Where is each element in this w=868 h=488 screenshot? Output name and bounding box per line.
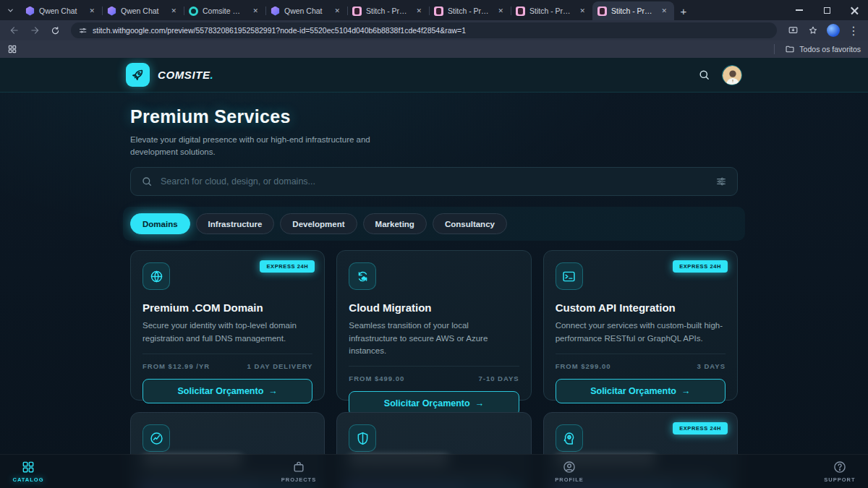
analytics-tile (142, 424, 170, 452)
browser-tab[interactable]: Stitch - Preview✕ (592, 1, 674, 20)
stitch-favicon (597, 7, 607, 16)
tab-close-icon[interactable]: ✕ (332, 7, 342, 15)
arrow-right-icon: → (268, 386, 278, 396)
filter-chip-development[interactable]: Development (280, 213, 357, 234)
filter-chip-domains[interactable]: Domains (130, 213, 190, 234)
maximize-button[interactable] (813, 0, 841, 20)
bookmarks-bar: Todos os favoritos (0, 40, 868, 58)
divider (556, 354, 726, 354)
tab-close-icon[interactable]: ✕ (87, 7, 97, 15)
close-icon (851, 7, 859, 14)
tab-close-icon[interactable]: ✕ (414, 7, 424, 15)
all-bookmarks-button[interactable]: Todos os favoritos (774, 44, 861, 54)
browser-tab[interactable]: Stitch - Preview✕ (429, 1, 511, 20)
tab-search-button[interactable] (0, 0, 20, 20)
terminal-tile (556, 262, 583, 290)
tab-title: Stitch - Preview (529, 7, 573, 15)
request-quote-button[interactable]: Solicitar Orçamento→ (142, 379, 312, 403)
terminal-icon (561, 269, 576, 284)
back-button[interactable] (6, 22, 23, 39)
maximize-icon (824, 7, 830, 14)
install-app-button[interactable] (784, 22, 801, 39)
url-text: stitch.withgoogle.com/preview/5578320861… (93, 26, 466, 35)
globe-icon (149, 269, 164, 284)
site-info-icon[interactable] (78, 26, 88, 35)
card-title: Custom API Integration (556, 301, 726, 314)
nav-item-profile[interactable]: PROFILE (548, 460, 590, 483)
page-subtitle: Elevate your digital presence with our h… (130, 134, 380, 158)
filter-chip-marketing[interactable]: Marketing (363, 213, 427, 234)
user-avatar[interactable] (722, 65, 742, 85)
tab-title: Comsite Master Admin (203, 7, 246, 15)
card-price: FROM $12.99 /YR (142, 362, 210, 370)
express-badge: EXPRESS 24H (260, 260, 315, 273)
filter-chip-consultancy[interactable]: Consultancy (433, 213, 507, 234)
services-grid-row1: EXPRESS 24HPremium .COM DomainSecure you… (130, 250, 738, 401)
nav-item-support[interactable]: SUPPORT (819, 460, 861, 483)
tab-title: Qwen Chat (39, 7, 82, 15)
browser-tab[interactable]: Comsite Master Admin✕ (184, 1, 265, 20)
close-button[interactable] (841, 0, 868, 20)
card-delivery: 1 DAY DELIVERY (247, 362, 313, 370)
filter-chip-infrastructure[interactable]: Infrastructure (196, 213, 275, 234)
folder-icon (785, 44, 795, 54)
tab-close-icon[interactable]: ✕ (495, 7, 506, 15)
browser-tab[interactable]: Qwen Chat✕ (102, 1, 184, 20)
analytics-icon (149, 431, 164, 446)
card-price: FROM $499.00 (349, 374, 404, 382)
divider (349, 366, 519, 367)
tab-close-icon[interactable]: ✕ (577, 7, 587, 15)
profile-avatar-button[interactable] (825, 22, 842, 39)
reload-icon (51, 26, 60, 35)
category-filters: DomainsInfrastructureDevelopmentMarketin… (130, 213, 738, 234)
window-controls (786, 0, 868, 20)
nav-item-projects[interactable]: PROJECTS (278, 460, 320, 483)
browser-tab[interactable]: Stitch - Preview✕ (511, 1, 592, 20)
card-title: Premium .COM Domain (142, 301, 312, 314)
browser-tab[interactable]: Qwen Chat✕ (265, 1, 347, 20)
search-input[interactable] (161, 176, 707, 187)
reload-button[interactable] (46, 22, 64, 39)
minimize-icon (796, 9, 803, 11)
cta-label: Solicitar Orçamento (384, 398, 470, 408)
rocket-icon (130, 67, 145, 82)
card-price: FROM $299.00 (556, 362, 611, 370)
card-title: Cloud Migration (349, 301, 519, 314)
tab-close-icon[interactable]: ✕ (659, 7, 669, 15)
tab-close-icon[interactable]: ✕ (169, 7, 179, 15)
browser-menu-button[interactable]: ⋮ (845, 22, 862, 39)
nav-item-catalog[interactable]: CATALOG (7, 460, 49, 483)
comsite-logo[interactable] (126, 63, 150, 87)
stitch-favicon (352, 7, 362, 16)
browser-window: Qwen Chat✕Qwen Chat✕Comsite Master Admin… (0, 0, 868, 58)
bottom-navigation: CATALOGPROJECTSPROFILESUPPORT (0, 454, 868, 488)
divider (142, 354, 312, 354)
minimize-button[interactable] (786, 0, 813, 20)
express-badge: EXPRESS 24H (673, 260, 728, 273)
nav-label: PROFILE (555, 476, 584, 483)
browser-tab[interactable]: Qwen Chat✕ (20, 1, 102, 20)
card-description: Seamless transition of your local infras… (349, 320, 519, 357)
tab-close-icon[interactable]: ✕ (250, 7, 260, 15)
cta-label: Solicitar Orçamento (178, 386, 264, 396)
address-bar[interactable]: stitch.withgoogle.com/preview/5578320861… (71, 22, 777, 38)
service-search-bar (130, 167, 738, 196)
new-tab-button[interactable]: + (674, 1, 693, 20)
express-badge: EXPRESS 24H (673, 422, 728, 435)
tab-strip: Qwen Chat✕Qwen Chat✕Comsite Master Admin… (0, 0, 868, 20)
browser-tab[interactable]: Stitch - Projects✕ (347, 1, 429, 20)
filter-tune-icon[interactable] (715, 176, 727, 187)
tab-title: Stitch - Projects (366, 7, 409, 15)
shield-tile (349, 424, 376, 452)
qwen-favicon (271, 7, 280, 16)
apps-grid-icon[interactable] (7, 44, 17, 54)
header-search-button[interactable] (698, 69, 710, 81)
cloud-sync-tile (349, 262, 376, 290)
forward-button[interactable] (26, 22, 43, 39)
cta-label: Solicitar Orçamento (590, 386, 676, 396)
arrow-right-icon: → (681, 386, 691, 396)
request-quote-button[interactable]: Solicitar Orçamento→ (556, 379, 726, 403)
qwen-favicon (107, 7, 116, 16)
bookmark-star-button[interactable] (804, 22, 822, 39)
card-description: Secure your identity with top-level doma… (142, 320, 312, 345)
